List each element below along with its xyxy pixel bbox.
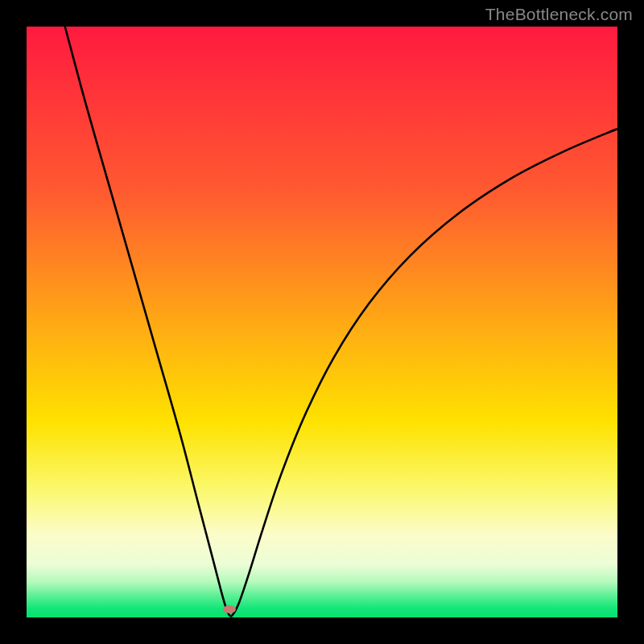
chart-minimum-marker xyxy=(223,605,236,613)
chart-curve xyxy=(27,27,617,617)
chart-plot-area xyxy=(27,27,617,617)
watermark-text: TheBottleneck.com xyxy=(485,5,633,24)
